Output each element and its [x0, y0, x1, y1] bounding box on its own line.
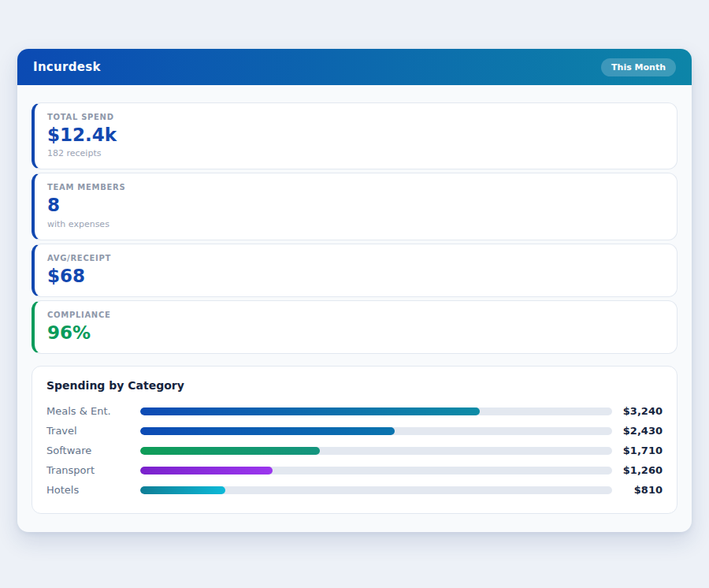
stat-card-avg-receipt: AVG/RECEIPT $68: [32, 244, 677, 297]
chart-bar-track: [140, 408, 612, 415]
stat-subtext: with expenses: [47, 219, 664, 229]
stat-label: COMPLIANCE: [47, 311, 664, 319]
stat-value: 8: [47, 195, 664, 215]
stat-value: $12.4k: [47, 125, 664, 145]
chart-row-hotels: Hotels $810: [46, 483, 663, 497]
chart-row-label: Transport: [46, 464, 140, 476]
stat-label: AVG/RECEIPT: [47, 254, 664, 262]
card-body: TOTAL SPEND $12.4k 182 receipts TEAM MEM…: [17, 85, 692, 532]
dashboard-card: Incurdesk This Month TOTAL SPEND $12.4k …: [17, 49, 692, 532]
chart-row-value: $2,430: [612, 425, 663, 437]
stat-card-team-members: TEAM MEMBERS 8 with expenses: [32, 173, 677, 240]
chart-title: Spending by Category: [46, 379, 663, 392]
chart-bar-fill: [140, 467, 273, 474]
chart-row-label: Software: [46, 445, 140, 456]
chart-bar-fill: [140, 408, 480, 415]
stat-label: TEAM MEMBERS: [47, 183, 664, 192]
chart-row-label: Hotels: [46, 484, 140, 496]
stat-label: TOTAL SPEND: [47, 113, 664, 121]
spending-chart-card: Spending by Category Meals & Ent. $3,240…: [32, 366, 677, 514]
chart-row-label: Travel: [46, 425, 140, 437]
chart-bar-fill: [140, 486, 225, 494]
chart-bar-track: [140, 467, 612, 474]
app-title: Incurdesk: [33, 60, 101, 74]
chart-row-value: $1,260: [612, 464, 663, 476]
chart-bar-track: [140, 427, 612, 435]
chart-row-meals: Meals & Ent. $3,240: [46, 404, 663, 418]
period-badge[interactable]: This Month: [601, 58, 676, 76]
stat-card-compliance: COMPLIANCE 96%: [32, 300, 677, 354]
chart-bar-track: [140, 447, 612, 455]
chart-row-software: Software $1,710: [46, 444, 663, 457]
chart-bar-fill: [140, 447, 320, 455]
stat-value: 96%: [47, 323, 664, 343]
stat-card-total-spend: TOTAL SPEND $12.4k 182 receipts: [32, 102, 677, 169]
chart-row-value: $1,710: [612, 445, 663, 456]
chart-bar-track: [140, 486, 612, 494]
chart-row-label: Meals & Ent.: [46, 405, 140, 417]
stat-value: $68: [47, 266, 664, 286]
stat-subtext: 182 receipts: [47, 148, 664, 158]
app-header: Incurdesk This Month: [17, 49, 692, 85]
chart-row-value: $810: [612, 484, 663, 496]
chart-row-value: $3,240: [612, 405, 663, 417]
chart-row-transport: Transport $1,260: [46, 463, 663, 477]
chart-row-travel: Travel $2,430: [46, 424, 663, 437]
chart-bar-fill: [140, 427, 395, 435]
